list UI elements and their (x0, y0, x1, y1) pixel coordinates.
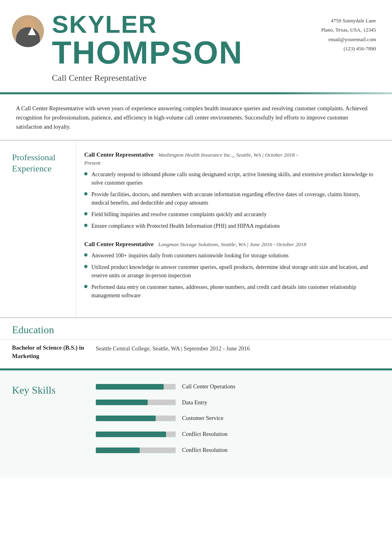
experience-label: ProfessionalExperience (12, 152, 68, 175)
job-date-1: Present (84, 159, 376, 167)
skills-label-block: Key Skills (12, 382, 88, 462)
last-name: THOMPSON (52, 37, 292, 69)
skill-name-1: Data Entry (182, 398, 207, 407)
avatar (12, 15, 44, 47)
bullet-1-4: Ensure compliance with Protected Health … (84, 222, 376, 230)
skill-bar-fill-1 (96, 400, 148, 405)
skill-row-0: Call Center Operations (96, 382, 376, 391)
name-block: SKYLER THOMPSON Call Center Representati… (52, 12, 292, 84)
skill-bar-container-4 (96, 448, 176, 453)
bullet-dot (84, 224, 87, 227)
bullet-dot (84, 172, 87, 175)
job-entry-1: Call Center Representative Washington He… (84, 150, 376, 231)
skill-name-0: Call Center Operations (182, 382, 236, 391)
skill-bar-fill-2 (96, 416, 156, 421)
skill-row-4: Conflict Resolution (96, 446, 376, 455)
skills-section: Key Skills Call Center OperationsData En… (0, 368, 392, 478)
skill-name-2: Customer Service (182, 414, 224, 423)
skills-bars: Call Center OperationsData EntryCustomer… (96, 382, 376, 462)
skill-bar-container-2 (96, 416, 176, 421)
job-role-2: Call Center Representative (84, 240, 154, 249)
job-company-1: Washington Health Insurance Inc.,, Seatt… (158, 151, 298, 159)
bullet-dot (84, 212, 87, 215)
job-bullets-1: Accurately respond to inbound phone call… (84, 170, 376, 230)
phone: (123) 456-7890 (300, 44, 376, 53)
edu-degree: Bachelor of Science (B.S.) in Marketing (12, 344, 88, 360)
experience-section: ProfessionalExperience Call Center Repre… (0, 141, 392, 317)
skill-name-3: Conflict Resolution (182, 430, 228, 439)
skill-bar-container-0 (96, 384, 176, 390)
experience-content: Call Center Representative Washington He… (76, 141, 392, 317)
skill-name-4: Conflict Resolution (182, 446, 228, 455)
skill-bar-container-3 (96, 432, 176, 437)
bullet-dot (84, 265, 87, 268)
edu-details: Seattle Central College, Seattle, WA | S… (96, 344, 376, 360)
address-line1: 4759 Sunnydale Lane (300, 16, 376, 25)
email: email@youremail.com (300, 35, 376, 44)
contact-block: 4759 Sunnydale Lane Plano, Texas, USA, 1… (300, 16, 376, 54)
skills-label: Key Skills (12, 382, 88, 398)
skill-row-3: Conflict Resolution (96, 430, 376, 439)
bullet-dot (84, 192, 87, 195)
job-bullets-2: Answered 100+ inquiries daily from custo… (84, 251, 376, 300)
job-company-2: Longman Storage Solutions, Seattle, WA |… (158, 241, 307, 249)
bullet-1-1: Accurately respond to inbound phone call… (84, 170, 376, 187)
first-name: SKYLER (52, 12, 292, 37)
education-label-block: Education (0, 318, 392, 339)
bullet-2-1: Answered 100+ inquiries daily from custo… (84, 251, 376, 260)
skill-bar-fill-0 (96, 384, 164, 390)
experience-label-block: ProfessionalExperience (0, 141, 76, 317)
bullet-1-3: Field billing inquiries and resolve cust… (84, 210, 376, 219)
skill-bar-container-1 (96, 400, 176, 405)
skill-bar-fill-4 (96, 448, 140, 453)
skill-row-2: Customer Service (96, 414, 376, 423)
bullet-dot (84, 253, 87, 257)
summary-section: A Call Center Representative with seven … (0, 94, 392, 141)
skill-bar-fill-3 (96, 432, 166, 437)
education-section: Education Bachelor of Science (B.S.) in … (0, 317, 392, 368)
resume-header: SKYLER THOMPSON Call Center Representati… (0, 0, 392, 92)
skill-row-1: Data Entry (96, 398, 376, 407)
job-role-1: Call Center Representative (84, 150, 154, 159)
bullet-2-3: Performed data entry on customer names, … (84, 283, 376, 300)
bullet-dot (84, 285, 87, 288)
job-entry-2: Call Center Representative Longman Stora… (84, 240, 376, 300)
education-label: Education (12, 324, 54, 336)
bullet-1-2: Provide facilities, doctors, and members… (84, 190, 376, 207)
address-line2: Plano, Texas, USA, 12345 (300, 25, 376, 34)
summary-text: A Call Center Representative with seven … (16, 105, 368, 130)
skills-inner: Key Skills Call Center OperationsData En… (0, 370, 392, 478)
job-title: Call Center Representative (52, 71, 292, 84)
education-row: Bachelor of Science (B.S.) in Marketing … (0, 339, 392, 368)
bullet-2-2: Utilized product knowledge to answer cus… (84, 263, 376, 280)
